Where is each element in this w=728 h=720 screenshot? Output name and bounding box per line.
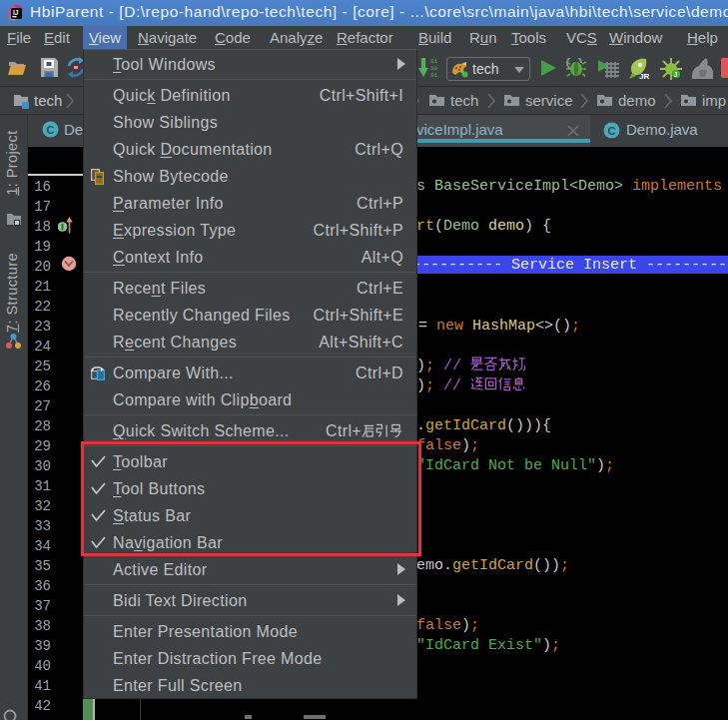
svg-text:01: 01: [430, 72, 438, 79]
svg-text:01: 01: [430, 58, 438, 65]
svg-text:C: C: [608, 125, 616, 137]
svg-text:C: C: [47, 124, 55, 136]
svg-text:JR: JR: [639, 72, 649, 81]
svg-text:J: J: [674, 71, 678, 78]
svg-text:10: 10: [430, 65, 438, 72]
svg-text:IJ: IJ: [13, 9, 19, 16]
